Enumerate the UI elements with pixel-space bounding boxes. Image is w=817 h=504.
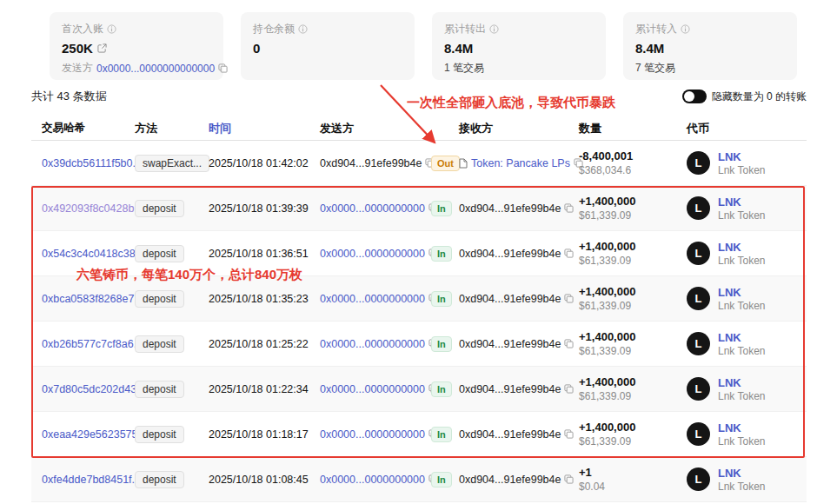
from-address[interactable]: 0x0000...0000000000 (320, 293, 425, 305)
header-amount: 数量 (579, 121, 687, 136)
token-icon: L (687, 468, 710, 491)
table-header: 交易哈希 方法 时间 发送方 接收方 数量 代币 (31, 116, 807, 141)
token-letter: L (695, 337, 702, 350)
direction-badge: In (431, 246, 452, 262)
token-symbol-link[interactable]: LNK (718, 286, 766, 299)
amount: +1,400,000 (579, 240, 687, 253)
token-name: Lnk Token (718, 345, 766, 357)
token-symbol-link[interactable]: LNK (718, 331, 766, 344)
to-address[interactable]: 0xd904...91efe99b4e (459, 202, 561, 215)
amount: +1,400,000 (579, 421, 687, 434)
token-name: Lnk Token (718, 209, 766, 222)
header-token: 代币 (687, 121, 807, 136)
header-time[interactable]: 时间 (209, 121, 320, 136)
info-icon[interactable] (298, 24, 308, 34)
method-button[interactable]: deposit (135, 426, 184, 443)
to-address[interactable]: 0xd904...91efe99b4e (459, 248, 561, 260)
copy-icon[interactable] (564, 294, 574, 303)
contract-icon (459, 158, 468, 169)
to-address[interactable]: 0xd904...91efe99b4e (459, 383, 561, 395)
hide-zero-toggle[interactable] (682, 90, 707, 103)
stat-cards: 首次入账 250K 发送方 0x0000...0000000000000 持仓余… (50, 12, 797, 80)
token-name: Lnk Token (718, 481, 766, 493)
tx-time: 2025/10/18 01:08:45 (209, 474, 320, 486)
transaction-row: 0xb26b577c7cf8a6... deposit 2025/10/18 0… (31, 322, 807, 367)
method-button[interactable]: deposit (135, 335, 184, 353)
first-sender-address-link[interactable]: 0x0000...0000000000000 (96, 63, 215, 75)
to-address[interactable]: 0xd904...91efe99b4e (459, 338, 561, 350)
header-to: 接收方 (459, 121, 579, 136)
tx-hash-link[interactable]: 0x39dcb56111f5b0... (42, 157, 142, 169)
usd-value: $61,339.09 (579, 300, 687, 312)
from-address[interactable]: 0x0000...0000000000 (320, 202, 425, 215)
stat-value: 0 (253, 41, 260, 56)
tx-time: 2025/10/18 01:36:51 (209, 248, 320, 260)
copy-icon[interactable] (564, 339, 574, 348)
token-icon: L (687, 377, 710, 401)
method-button[interactable]: deposit (135, 471, 184, 488)
external-link-icon[interactable] (97, 43, 107, 53)
tx-hash-link[interactable]: 0x492093f8c0428b... (42, 202, 143, 215)
usd-value: $61,339.09 (579, 255, 687, 267)
token-symbol-link[interactable]: LNK (718, 467, 766, 480)
tx-hash-link[interactable]: 0xb26b577c7cf8a6... (42, 338, 143, 350)
usd-value: $61,339.09 (579, 390, 687, 402)
to-address[interactable]: 0xd904...91efe99b4e (459, 293, 561, 305)
token-symbol-link[interactable]: LNK (718, 376, 766, 389)
method-button[interactable]: swapExact... (135, 155, 209, 172)
copy-icon[interactable] (218, 63, 228, 73)
info-icon[interactable] (489, 24, 499, 34)
from-address[interactable]: 0x0000...0000000000 (320, 474, 425, 486)
method-button[interactable]: deposit (135, 245, 184, 262)
tx-hash-link[interactable]: 0x7d80c5dc202d43... (42, 383, 146, 395)
token-icon: L (687, 151, 710, 175)
info-icon[interactable] (681, 24, 690, 34)
copy-icon[interactable] (564, 429, 574, 439)
token-symbol-link[interactable]: LNK (718, 150, 766, 163)
token-name: Lnk Token (718, 164, 766, 176)
usd-value: $0.04 (579, 481, 687, 493)
transaction-row: 0x39dcb56111f5b0... swapExact... 2025/10… (31, 141, 807, 186)
from-address[interactable]: 0x0000...0000000000 (320, 338, 425, 350)
method-button[interactable]: deposit (135, 290, 184, 308)
toggle-knob (684, 91, 694, 102)
tx-time: 2025/10/18 01:39:39 (209, 202, 320, 215)
tx-hash-link[interactable]: 0xeaa429e5623575... (42, 428, 147, 441)
header-method: 方法 (135, 121, 209, 136)
method-button[interactable]: deposit (135, 200, 184, 217)
token-letter: L (695, 292, 702, 305)
tx-hash-link[interactable]: 0xfe4dde7bd8451f... (42, 474, 141, 486)
stat-value: 250K (62, 41, 93, 56)
token-icon: L (687, 332, 710, 355)
token-symbol-link[interactable]: LNK (718, 421, 766, 434)
from-address[interactable]: 0x0000...0000000000 (320, 428, 425, 441)
copy-icon[interactable] (564, 384, 574, 394)
to-address[interactable]: Token: Pancake LPs (471, 157, 570, 169)
token-name: Lnk Token (718, 300, 766, 312)
stat-value: 8.4M (444, 41, 473, 56)
tx-hash-link[interactable]: 0x54c3c4c0418c38... (42, 248, 144, 260)
mint-annotation: 六笔铸币，每笔140万个，总计840万枚 (76, 267, 302, 283)
to-address[interactable]: 0xd904...91efe99b4e (459, 428, 561, 441)
method-button[interactable]: deposit (135, 381, 184, 398)
token-symbol-link[interactable]: LNK (718, 196, 766, 209)
copy-icon[interactable] (564, 249, 574, 258)
transaction-row: 0x492093f8c0428b... deposit 2025/10/18 0… (31, 186, 807, 231)
info-icon[interactable] (107, 24, 116, 34)
header-hash: 交易哈希 (31, 121, 135, 136)
from-address[interactable]: 0x0000...0000000000 (320, 248, 425, 260)
from-address[interactable]: 0xd904...91efe99b4e (320, 157, 422, 169)
from-address[interactable]: 0x0000...0000000000 (320, 383, 425, 395)
direction-badge: In (431, 427, 452, 442)
copy-icon[interactable] (564, 203, 574, 213)
token-symbol-link[interactable]: LNK (718, 241, 766, 254)
amount: +1 (579, 466, 687, 479)
direction-badge: In (431, 336, 452, 352)
direction-badge: In (431, 472, 452, 487)
copy-icon[interactable] (564, 474, 574, 484)
to-address[interactable]: 0xd904...91efe99b4e (459, 474, 561, 486)
token-name: Lnk Token (718, 390, 766, 402)
tx-hash-link[interactable]: 0xbca0583f8268e7... (42, 293, 143, 305)
stat-value: 8.4M (635, 41, 664, 56)
usd-value: $61,339.09 (579, 435, 687, 448)
